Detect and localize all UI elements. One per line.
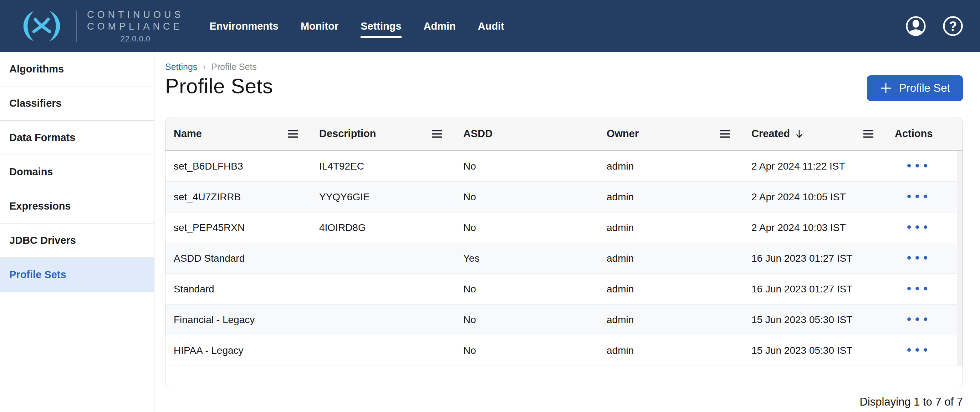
- title-row: Profile Sets Profile Set: [165, 74, 963, 101]
- table-scrollbar-track[interactable]: [957, 151, 963, 366]
- sidebar-item-domains[interactable]: Domains: [0, 155, 154, 189]
- main-content: Settings › Profile Sets Profile Sets Pro…: [154, 52, 980, 412]
- sidebar-item-classifiers[interactable]: Classifiers: [0, 86, 154, 121]
- row-actions-menu-button[interactable]: •••: [905, 252, 930, 264]
- cell-created: 2 Apr 2024 11:22 IST: [743, 161, 886, 172]
- cell-name: set_B6DLFHB3: [165, 161, 311, 172]
- cell-actions: •••: [886, 313, 963, 326]
- column-header-name[interactable]: Name: [165, 117, 311, 150]
- cell-asdd: Yes: [455, 253, 598, 264]
- table-row: Standard No admin 16 Jun 2023 01:27 IST …: [165, 274, 963, 305]
- cell-description: IL4T92EC: [311, 161, 455, 172]
- cell-owner: admin: [598, 161, 743, 172]
- brand: CONTINUOUS COMPLIANCE 22.0.0.0: [0, 9, 184, 43]
- column-label-created: Created: [751, 128, 790, 140]
- nav-item-admin[interactable]: Admin: [424, 18, 456, 35]
- row-actions-menu-button[interactable]: •••: [905, 160, 930, 172]
- table-header: Name Description ASDD Owner Created: [165, 117, 963, 151]
- table-body: set_B6DLFHB3 IL4T92EC No admin 2 Apr 202…: [165, 151, 963, 366]
- brand-line-2: COMPLIANCE: [87, 21, 184, 32]
- row-actions-menu-button[interactable]: •••: [905, 344, 930, 356]
- primary-nav: Environments Monitor Settings Admin Audi…: [210, 18, 504, 35]
- cell-asdd: No: [455, 314, 598, 326]
- cell-asdd: No: [455, 161, 598, 172]
- user-avatar-icon[interactable]: [905, 15, 926, 37]
- cell-actions: •••: [886, 160, 963, 173]
- table-row: set_PEP45RXN 4IOIRD8G No admin 2 Apr 202…: [165, 212, 963, 243]
- cell-actions: •••: [886, 283, 963, 295]
- brand-text: CONTINUOUS COMPLIANCE 22.0.0.0: [87, 9, 184, 43]
- breadcrumb-settings-link[interactable]: Settings: [165, 62, 197, 72]
- sidebar-item-profile-sets[interactable]: Profile Sets: [0, 258, 154, 292]
- breadcrumb: Settings › Profile Sets: [165, 61, 963, 72]
- sidebar-item-expressions[interactable]: Expressions: [0, 189, 154, 224]
- sort-desc-arrow-icon[interactable]: [795, 129, 803, 139]
- row-actions-menu-button[interactable]: •••: [905, 283, 930, 295]
- column-menu-icon[interactable]: [720, 129, 730, 138]
- cell-created: 16 Jun 2023 01:27 IST: [743, 283, 886, 295]
- cell-created: 16 Jun 2023 01:27 IST: [743, 253, 886, 264]
- column-label-created-group: Created: [751, 128, 803, 140]
- cell-owner: admin: [598, 253, 743, 264]
- breadcrumb-chevron-icon: ›: [202, 61, 206, 72]
- sidebar-item-data-formats[interactable]: Data Formats: [0, 121, 154, 155]
- cell-owner: admin: [598, 283, 743, 295]
- cell-name: Standard: [165, 283, 311, 295]
- breadcrumb-current: Profile Sets: [211, 62, 257, 72]
- row-actions-menu-button[interactable]: •••: [905, 313, 930, 326]
- add-profile-set-label: Profile Set: [899, 82, 950, 94]
- column-label-asdd: ASDD: [463, 128, 493, 140]
- help-icon[interactable]: ?: [942, 15, 964, 37]
- pagination-summary: Displaying 1 to 7 of 7: [165, 396, 963, 409]
- row-actions-menu-button[interactable]: •••: [905, 191, 930, 203]
- cell-created: 2 Apr 2024 10:03 IST: [743, 222, 886, 233]
- cell-actions: •••: [886, 252, 963, 265]
- table-row: ASDD Standard Yes admin 16 Jun 2023 01:2…: [165, 243, 963, 274]
- plus-icon: [880, 82, 892, 94]
- sidebar-item-algorithms[interactable]: Algorithms: [0, 52, 154, 86]
- column-header-description[interactable]: Description: [311, 117, 455, 150]
- cell-description: 4IOIRD8G: [311, 222, 455, 233]
- profile-sets-table: Name Description ASDD Owner Created: [165, 117, 963, 386]
- column-label-owner: Owner: [607, 128, 639, 140]
- column-menu-icon[interactable]: [288, 129, 298, 138]
- app-version: 22.0.0.0: [87, 34, 184, 43]
- column-header-asdd[interactable]: ASDD: [455, 117, 598, 150]
- column-header-created[interactable]: Created: [743, 117, 886, 150]
- column-label-actions: Actions: [895, 128, 932, 140]
- nav-item-audit[interactable]: Audit: [478, 18, 504, 35]
- cell-asdd: No: [455, 222, 598, 233]
- cell-created: 15 Jun 2023 05:30 IST: [743, 314, 886, 326]
- cell-actions: •••: [886, 191, 963, 203]
- column-menu-icon[interactable]: [431, 129, 442, 138]
- nav-item-monitor[interactable]: Monitor: [301, 18, 339, 35]
- cell-name: Financial - Legacy: [165, 314, 311, 326]
- row-actions-menu-button[interactable]: •••: [905, 221, 930, 233]
- table-row: HIPAA - Legacy No admin 15 Jun 2023 05:3…: [165, 335, 963, 366]
- nav-item-settings[interactable]: Settings: [361, 18, 401, 35]
- cell-asdd: No: [455, 283, 598, 295]
- delphix-x-logo-icon: [15, 9, 68, 43]
- cell-created: 15 Jun 2023 05:30 IST: [743, 345, 886, 356]
- cell-name: HIPAA - Legacy: [165, 345, 311, 356]
- cell-created: 2 Apr 2024 10:05 IST: [743, 192, 886, 203]
- cell-asdd: No: [455, 345, 598, 356]
- cell-name: set_PEP45RXN: [165, 222, 311, 233]
- brand-line-1: CONTINUOUS: [87, 9, 184, 21]
- sidebar-item-jdbc-drivers[interactable]: JDBC Drivers: [0, 224, 154, 258]
- table-footer-spacer: [165, 366, 963, 386]
- settings-sidebar: Algorithms Classifiers Data Formats Doma…: [0, 52, 154, 412]
- cell-asdd: No: [455, 192, 598, 203]
- nav-utilities: ?: [905, 15, 980, 37]
- column-menu-icon[interactable]: [863, 129, 874, 138]
- cell-name: set_4U7ZIRRB: [165, 192, 311, 203]
- cell-actions: •••: [886, 344, 963, 357]
- cell-name: ASDD Standard: [165, 253, 311, 264]
- table-row: set_B6DLFHB3 IL4T92EC No admin 2 Apr 202…: [165, 151, 963, 182]
- nav-item-environments[interactable]: Environments: [210, 18, 278, 35]
- cell-actions: •••: [886, 221, 963, 234]
- column-header-owner[interactable]: Owner: [598, 117, 743, 150]
- table-row: set_4U7ZIRRB YYQY6GIE No admin 2 Apr 202…: [165, 182, 963, 212]
- add-profile-set-button[interactable]: Profile Set: [867, 75, 963, 101]
- cell-owner: admin: [598, 345, 743, 356]
